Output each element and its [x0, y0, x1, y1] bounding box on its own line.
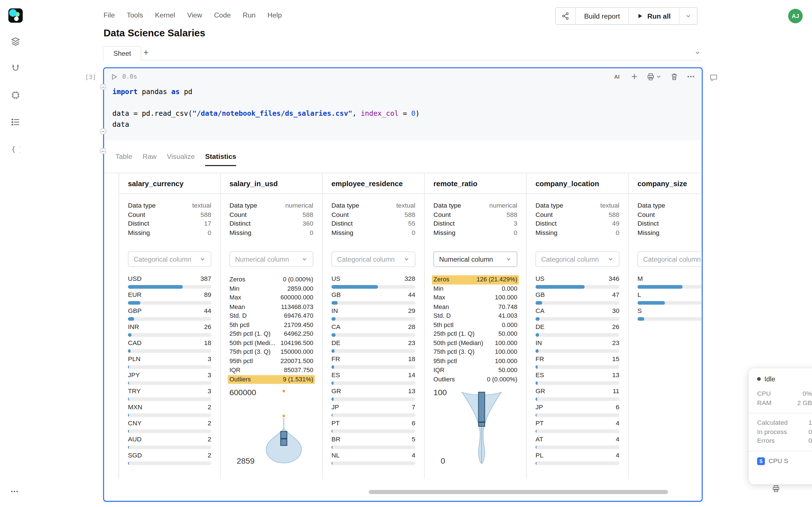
run-all-dropdown-button[interactable] — [679, 8, 697, 24]
category-line: CNY2 — [128, 420, 211, 428]
add-sheet-button[interactable]: + — [144, 48, 149, 58]
category-line: NL4 — [332, 452, 416, 459]
category-line: IN29 — [332, 307, 416, 315]
category-label: DE — [332, 339, 341, 347]
category-count: 328 — [405, 275, 415, 283]
list-icon[interactable] — [10, 117, 21, 127]
magnet-icon[interactable] — [10, 63, 21, 73]
bar-fill — [332, 381, 334, 385]
collapse-chevron-icon[interactable] — [695, 50, 701, 56]
category-count: 26 — [204, 323, 211, 331]
category-label: NL — [332, 452, 340, 459]
braces-icon[interactable]: { } — [10, 144, 21, 154]
column-type-select[interactable]: Categorical column — [638, 251, 702, 267]
category-row: L — [638, 291, 702, 305]
fold-handle-output[interactable] — [100, 128, 106, 135]
sidebar-more-icon[interactable] — [10, 487, 18, 496]
print-button[interactable] — [647, 73, 662, 80]
category-count: 4 — [616, 436, 619, 444]
output-tab-raw[interactable]: Raw — [143, 153, 157, 166]
stat-row: Max600000.000 — [230, 293, 313, 302]
category-line: FR18 — [332, 355, 416, 363]
category-row: JPY3 — [128, 372, 211, 385]
column-type-select[interactable]: Categorical column — [332, 251, 416, 267]
category-count: 4 — [616, 420, 619, 428]
column-type-select[interactable]: Numerical column — [434, 251, 517, 267]
build-report-button[interactable]: Build report — [575, 8, 628, 24]
status-row: Calculated1 — [757, 418, 812, 428]
add-button[interactable] — [631, 73, 638, 80]
stat-row: 50th pctl (Median)100.000 — [434, 339, 517, 348]
delete-button[interactable] — [671, 73, 678, 80]
bar-track — [536, 397, 619, 401]
stat-label: Zeros — [230, 275, 245, 284]
run-cell-button[interactable] — [111, 73, 117, 80]
meta-label: Distinct — [230, 219, 251, 228]
category-row: JP6 — [536, 404, 619, 417]
bar-track — [536, 365, 619, 369]
category-row: CA28 — [332, 323, 416, 337]
chip-icon[interactable] — [10, 90, 21, 101]
stat-value: 21709.450 — [284, 321, 313, 330]
status-value: 1 — [808, 418, 812, 428]
comment-icon[interactable] — [709, 73, 718, 82]
meta-value: 55 — [408, 219, 416, 228]
menu-run[interactable]: Run — [243, 11, 255, 19]
output-tab-visualize[interactable]: Visualize — [167, 153, 195, 166]
ai-button[interactable]: AI — [614, 72, 622, 80]
category-label: MXN — [128, 404, 142, 411]
category-row: BR5 — [332, 436, 416, 449]
category-row: FR18 — [332, 355, 416, 369]
bar-fill — [332, 413, 333, 417]
category-count: 30 — [612, 307, 619, 315]
menu-tools[interactable]: Tools — [127, 11, 143, 19]
meta-label: Distinct — [128, 219, 149, 228]
code-line — [112, 97, 694, 108]
horizontal-scrollbar[interactable] — [369, 490, 668, 494]
machine-size-badge: S — [757, 457, 765, 465]
stat-row: 50th pctl (Medi...104196.500 — [230, 339, 313, 348]
svg-text:AI: AI — [614, 74, 619, 80]
avatar[interactable]: AJ — [788, 9, 803, 23]
column-type-select[interactable]: Numerical column — [230, 251, 313, 267]
delete-icon — [671, 73, 678, 80]
category-row: PT4 — [536, 420, 619, 433]
category-count: 2 — [208, 420, 211, 428]
meta-value: 588 — [608, 210, 619, 219]
datalore-logo[interactable] — [8, 8, 22, 22]
status-value: 0% — [803, 390, 812, 399]
menu-help[interactable]: Help — [267, 11, 282, 19]
column-body: Data typeCountDistinctMissingCategorical… — [629, 194, 702, 321]
category-count: 6 — [412, 420, 415, 428]
stat-value: 50.000 — [498, 330, 517, 339]
meta-label: Count — [536, 210, 553, 219]
status-value: 0 — [808, 437, 812, 446]
meta-row: Data typetextual — [536, 201, 619, 210]
fold-handle-code[interactable] — [100, 84, 106, 90]
tab-sheet[interactable]: Sheet — [103, 46, 142, 61]
menu-view[interactable]: View — [187, 11, 202, 19]
stat-label: 50th pctl (Medi... — [230, 339, 275, 348]
fold-handle-section[interactable] — [100, 148, 106, 154]
more-icon — [687, 72, 695, 80]
code-editor[interactable]: import pandas as pd data = pd.read_csv("… — [104, 85, 702, 140]
machine-label: CPU S — [769, 457, 788, 465]
category-row: GBP44 — [128, 307, 211, 321]
category-line: S — [638, 307, 702, 315]
meta-row: Missing — [638, 228, 702, 237]
chevron-down-icon — [685, 13, 691, 19]
machine-row[interactable]: S CPU S — [757, 457, 812, 465]
column-type-select[interactable]: Categorical column — [128, 251, 211, 267]
print-icon[interactable] — [772, 485, 780, 493]
layers-icon[interactable] — [10, 36, 21, 47]
column-type-select[interactable]: Categorical column — [536, 251, 619, 267]
output-tab-table[interactable]: Table — [116, 153, 132, 166]
more-button[interactable] — [687, 72, 695, 80]
output-tab-statistics[interactable]: Statistics — [205, 153, 236, 166]
share-button[interactable] — [556, 8, 575, 24]
menu-kernel[interactable]: Kernel — [155, 11, 175, 19]
menu-code[interactable]: Code — [214, 11, 231, 19]
menu-file[interactable]: File — [103, 11, 115, 19]
category-list: MLS — [638, 275, 702, 321]
run-all-button[interactable]: Run all — [628, 8, 679, 24]
